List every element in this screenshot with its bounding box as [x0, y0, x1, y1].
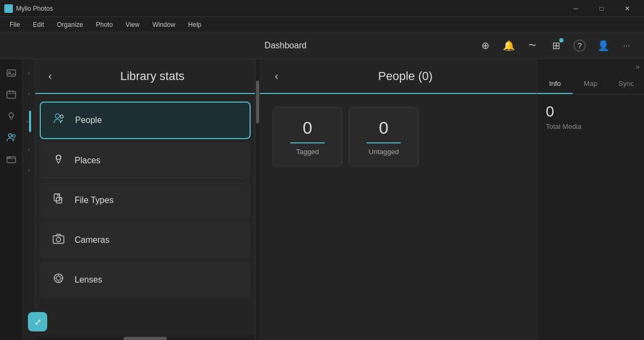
total-media-label: Total Media [546, 122, 581, 131]
menu-help[interactable]: Help [183, 19, 207, 31]
external-link-button[interactable]: ⤢ [28, 312, 47, 331]
tagged-label: Tagged [290, 148, 325, 156]
stats-people-label: People [75, 115, 102, 125]
layout-icon: ⊞ [552, 40, 560, 52]
stats-back-button[interactable]: ‹ [46, 68, 54, 84]
menu-window[interactable]: Window [147, 19, 181, 31]
maximize-button[interactable]: □ [589, 0, 614, 17]
sidebar-item-places[interactable] [2, 106, 21, 126]
close-button[interactable]: ✕ [615, 0, 640, 17]
vertical-divider [255, 59, 260, 340]
menu-edit[interactable]: Edit [27, 19, 49, 31]
svg-rect-14 [56, 198, 62, 203]
stats-places-label: Places [75, 156, 100, 165]
location-icon [6, 111, 17, 121]
chevron-2[interactable]: › [28, 84, 30, 103]
stats-places-icon [51, 153, 66, 169]
chevron-1[interactable]: › [28, 63, 30, 83]
sidebar-item-calendar[interactable] [2, 85, 21, 104]
more-button[interactable]: ··· [618, 37, 635, 54]
account-icon: 👤 [597, 40, 609, 52]
menu-organize[interactable]: Organize [52, 19, 89, 31]
stats-header: ‹ Library stats [35, 59, 255, 94]
chevron-3[interactable]: › [26, 104, 32, 139]
chevron-5[interactable]: › [28, 160, 30, 179]
tagged-value: 0 [290, 118, 325, 143]
stats-list: People Places [35, 94, 255, 336]
stats-item-places[interactable]: Places [40, 142, 251, 179]
sidebar-item-people[interactable] [2, 128, 21, 147]
bell-icon: 🔔 [503, 40, 515, 52]
sidebar-item-photos[interactable] [2, 63, 21, 83]
right-panel-expand: » [537, 59, 644, 74]
more-icon: ··· [623, 42, 630, 49]
stats-item-lenses[interactable]: Lenses [40, 262, 251, 298]
svg-line-25 [61, 280, 62, 281]
untagged-label: Untagged [367, 148, 401, 156]
app-logo: Mylio Photos [4, 4, 53, 13]
side-chevrons-panel: › › › › › [23, 59, 35, 340]
bell-button[interactable]: 🔔 [500, 37, 517, 54]
account-button[interactable]: 👤 [595, 37, 612, 54]
stats-cameras-icon [51, 232, 66, 248]
pulse-button[interactable]: 〜 [524, 37, 541, 54]
right-panel-expand-button[interactable]: » [635, 62, 640, 71]
top-toolbar: Dashboard ⊕ 🔔 〜 ⊞ ? 👤 ··· [0, 32, 644, 59]
stats-panel: ‹ Library stats People [35, 59, 255, 340]
tab-info[interactable]: Info [537, 74, 573, 94]
add-button[interactable]: ⊕ [477, 37, 494, 54]
minimize-button[interactable]: ─ [564, 0, 588, 17]
menu-view[interactable]: View [120, 19, 145, 31]
total-media-value: 0 [546, 103, 554, 120]
help-button[interactable]: ? [571, 37, 588, 54]
people-back-button[interactable]: ‹ [273, 68, 281, 84]
menu-file[interactable]: File [4, 19, 25, 31]
app-name: Mylio Photos [16, 5, 53, 12]
folder-icon [6, 154, 17, 164]
stats-item-cameras[interactable]: Cameras [40, 222, 251, 258]
stats-panel-title: Library stats [61, 69, 244, 83]
svg-rect-0 [7, 70, 16, 76]
stats-cameras-label: Cameras [75, 235, 109, 245]
right-panel-tabs: Info Map Sync [537, 74, 644, 95]
svg-point-16 [56, 237, 61, 242]
chevron-4[interactable]: › [28, 140, 30, 159]
stats-lenses-icon [51, 272, 66, 288]
content-area: ‹ Library stats People [35, 59, 537, 340]
menu-photo[interactable]: Photo [91, 19, 118, 31]
stats-item-people[interactable]: People [40, 102, 251, 139]
stats-file-types-label: File Types [75, 196, 114, 205]
svg-line-24 [61, 275, 62, 276]
svg-point-7 [9, 134, 12, 137]
people-panel: ‹ People (0) 0 Tagged 0 Untagged [260, 59, 537, 340]
tab-map[interactable]: Map [573, 74, 608, 94]
sidebar-item-albums[interactable] [2, 149, 21, 169]
photo-icon [6, 68, 17, 78]
stats-item-file-types[interactable]: File Types [40, 182, 251, 219]
people-active-icon [6, 132, 17, 143]
stats-file-types-icon [51, 192, 66, 208]
main-layout: › › › › › ‹ Library stats [0, 59, 644, 340]
layout-button[interactable]: ⊞ [547, 37, 565, 54]
toolbar-title: Dashboard [94, 41, 477, 50]
right-panel-info-content: 0 Total Media [537, 95, 644, 139]
stats-people-icon [52, 112, 67, 128]
right-panel: » Info Map Sync 0 Total Media [537, 59, 644, 340]
title-bar: Mylio Photos ─ □ ✕ [0, 0, 644, 17]
people-panel-title: People (0) [287, 69, 524, 83]
pulse-icon: 〜 [529, 41, 536, 50]
chevron-3-icon: › [26, 118, 28, 125]
app-logo-icon [4, 4, 13, 13]
stats-scrollbar[interactable] [35, 336, 255, 340]
menu-bar: File Edit Organize Photo View Window Hel… [0, 17, 644, 32]
svg-point-8 [12, 135, 15, 138]
tab-sync[interactable]: Sync [609, 74, 644, 94]
layout-badge [559, 38, 564, 42]
stats-scrollbar-thumb [123, 337, 167, 340]
svg-point-18 [56, 276, 61, 280]
untagged-stat-card: 0 Untagged [349, 107, 419, 167]
scroll-thumb [256, 81, 259, 124]
untagged-value: 0 [367, 118, 401, 143]
help-icon: ? [574, 40, 586, 52]
svg-rect-15 [53, 236, 64, 243]
